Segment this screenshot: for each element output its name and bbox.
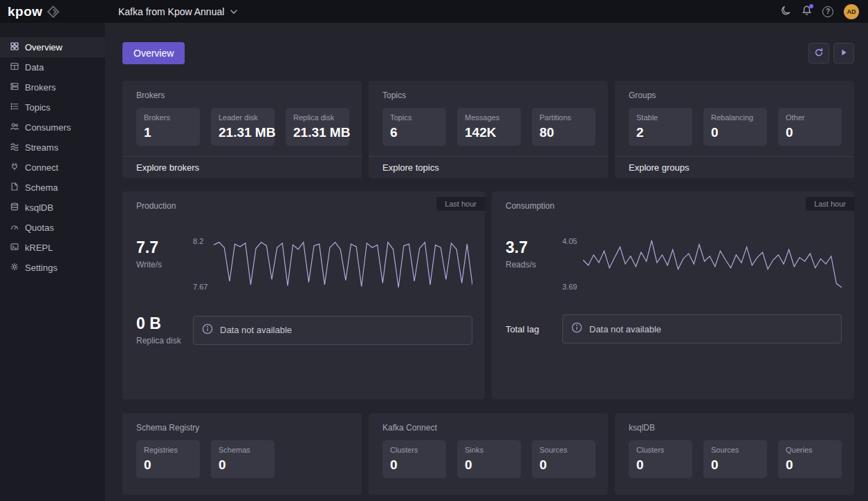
database-icon [10, 202, 19, 213]
user-menu-button[interactable]: AD [844, 4, 859, 19]
stat-replica-disk: Replica disk 21.31 MB [286, 108, 349, 146]
sidebar-item-schema[interactable]: Schema [0, 178, 105, 198]
stat-value: 1 [144, 125, 192, 140]
metric-label: Write/s [136, 260, 193, 270]
main-content: Overview Brokers Brokers 1 [105, 23, 868, 501]
play-button[interactable] [833, 43, 854, 64]
sidebar-item-label: Quotas [25, 223, 54, 233]
sidebar-item-krepl[interactable]: kREPL [0, 238, 105, 258]
stat-value: 6 [390, 125, 438, 140]
stat-sources: Sources 0 [532, 440, 595, 478]
stat-value: 0 [219, 457, 267, 473]
page-toolbar: Overview [122, 42, 854, 64]
stat-value: 0 [539, 457, 588, 473]
sidebar-item-topics[interactable]: Topics [0, 97, 105, 117]
stat-label: Brokers [144, 113, 192, 122]
card-title: Production [122, 191, 485, 211]
stat-label: Stable [636, 113, 685, 122]
ksqldb-card: ksqlDB Clusters 0 Sources 0 Queries 0 [615, 413, 854, 495]
stat-brokers: Brokers 1 [136, 108, 200, 146]
card-title: Groups [615, 81, 854, 100]
document-icon [10, 182, 19, 193]
brokers-card: Brokers Brokers 1 Leader disk 21.31 MB R… [122, 81, 362, 178]
notifications-button[interactable] [802, 6, 812, 18]
dark-mode-toggle[interactable] [781, 6, 791, 18]
stat-value: 0 [711, 457, 759, 473]
stat-value: 80 [539, 125, 588, 140]
writes-metric: 7.7 Write/s [136, 238, 193, 290]
sidebar-item-ksqldb[interactable]: ksqlDB [0, 198, 105, 218]
explore-topics-link[interactable]: Explore topics [369, 156, 608, 178]
stat-other: Other 0 [778, 108, 842, 146]
sidebar-item-label: Brokers [25, 82, 56, 93]
alert-text: Data not available [220, 325, 292, 335]
sidebar-item-quotas[interactable]: Quotas [0, 218, 105, 238]
play-icon [839, 48, 849, 59]
plug-icon [10, 162, 19, 173]
stat-queries: Queries 0 [778, 440, 842, 478]
stat-schemas: Schemas 0 [211, 440, 275, 478]
sidebar-item-label: Data [25, 62, 44, 73]
info-icon [571, 322, 582, 336]
grid-icon [10, 42, 19, 53]
stat-value: 0 [465, 457, 513, 473]
sidebar: Overview Data Brokers Topics Consumers S… [0, 23, 105, 501]
chart-min-label: 7.67 [193, 283, 207, 291]
stat-clusters: Clusters 0 [382, 440, 446, 478]
refresh-button[interactable] [809, 43, 829, 64]
stat-value: 0 [636, 457, 685, 473]
total-lag-label: Total lag [506, 324, 539, 334]
cluster-selector[interactable]: Kafka from Kpow Annual [118, 6, 237, 17]
stat-sinks: Sinks 0 [457, 440, 521, 478]
schema-registry-stats: Registries 0 Schemas 0 [122, 433, 362, 478]
reads-metric: 3.7 Reads/s [506, 238, 562, 290]
sidebar-item-label: Streams [25, 142, 58, 153]
production-card: Last hour Production 7.7 Write/s 8.2 7.6… [122, 191, 485, 399]
sidebar-item-streams[interactable]: Streams [0, 138, 105, 158]
stat-messages: Messages 142K [457, 108, 521, 146]
stat-label: Schemas [219, 446, 267, 454]
users-icon [10, 122, 19, 133]
groups-stats: Stable 2 Rebalancing 0 Other 0 [615, 100, 854, 146]
stat-label: Clusters [390, 446, 438, 454]
help-button[interactable]: ? [822, 6, 833, 17]
sidebar-item-label: kREPL [25, 243, 53, 253]
gear-icon [10, 263, 19, 273]
sidebar-item-brokers[interactable]: Brokers [0, 77, 105, 97]
topbar-actions: ? AD [781, 4, 868, 19]
chart-max-label: 4.05 [562, 237, 577, 245]
overview-button[interactable]: Overview [122, 42, 185, 64]
consumption-card: Last hour Consumption 3.7 Reads/s 4.05 3… [492, 191, 854, 399]
stat-stable: Stable 2 [629, 108, 692, 146]
sidebar-item-consumers[interactable]: Consumers [0, 117, 105, 138]
sidebar-item-label: Schema [25, 182, 58, 193]
replica-disk-metric: 0 B Replica disk [136, 314, 193, 346]
stat-topics: Topics 6 [382, 108, 446, 146]
card-title: Schema Registry [122, 413, 362, 433]
stat-value: 0 [144, 457, 192, 473]
explore-brokers-link[interactable]: Explore brokers [122, 156, 362, 178]
sidebar-item-data[interactable]: Data [0, 57, 105, 77]
card-title: Kafka Connect [369, 413, 608, 433]
card-title: Brokers [122, 81, 362, 100]
stat-label: Registries [144, 446, 192, 454]
sidebar-item-settings[interactable]: Settings [0, 258, 105, 278]
ksqldb-stats: Clusters 0 Sources 0 Queries 0 [615, 433, 854, 478]
alert-text: Data not available [589, 324, 661, 334]
stat-label: Leader disk [219, 113, 267, 122]
stat-rebalancing: Rebalancing 0 [703, 108, 767, 146]
stat-sources: Sources 0 [703, 440, 767, 478]
explore-groups-link[interactable]: Explore groups [615, 156, 854, 178]
stat-label: Clusters [636, 446, 685, 454]
sidebar-item-label: Settings [25, 263, 57, 273]
last-hour-badge: Last hour [806, 197, 854, 211]
sidebar-item-overview[interactable]: Overview [0, 37, 105, 57]
sidebar-item-connect[interactable]: Connect [0, 158, 105, 178]
total-lag-row: Total lag Data not available [492, 314, 854, 343]
list-icon [10, 102, 19, 113]
stat-value: 21.31 MB [293, 125, 342, 140]
stat-label: Replica disk [293, 113, 342, 122]
help-icon: ? [822, 6, 833, 17]
kafka-connect-stats: Clusters 0 Sinks 0 Sources 0 [369, 433, 608, 478]
card-title: Consumption [492, 191, 854, 211]
